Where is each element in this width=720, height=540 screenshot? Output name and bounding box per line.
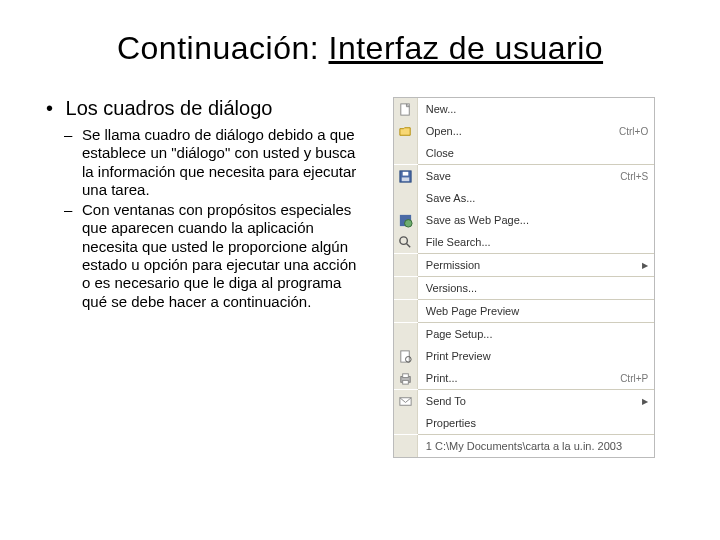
empty-icon <box>394 277 418 299</box>
menu-item-page-setup[interactable]: Page Setup... <box>394 323 654 345</box>
sub-bullet-1: Se llama cuadro de diálogo debido a que … <box>82 126 373 199</box>
shortcut-print: Ctrl+P <box>616 373 648 384</box>
top-bullet: • Los cuadros de diálogo <box>46 97 373 120</box>
sub-bullet-2: Con ventanas con propósitos especiales q… <box>82 201 373 311</box>
menu-item-print[interactable]: Print... Ctrl+P <box>394 367 654 389</box>
menu-label-page-setup: Page Setup... <box>418 323 648 345</box>
menu-label-versions: Versions... <box>418 277 648 299</box>
title-underline: Interfaz de usuario <box>329 30 604 66</box>
menu-label-file-search: File Search... <box>418 231 648 253</box>
open-folder-icon <box>394 120 418 142</box>
menu-item-saveas[interactable]: Save As... <box>394 187 654 209</box>
send-to-icon <box>394 390 418 412</box>
menu-item-recent-file[interactable]: 1 C:\My Documents\carta a la u.in. 2003 <box>394 435 654 457</box>
shortcut-open: Ctrl+O <box>615 126 648 137</box>
menu-label-open: Open... <box>418 120 615 142</box>
svg-point-5 <box>404 219 412 227</box>
menu-label-properties: Properties <box>418 412 648 434</box>
text-column: • Los cuadros de diálogo Se llama cuadro… <box>40 97 373 458</box>
menu-item-print-preview[interactable]: Print Preview <box>394 345 654 367</box>
menu-item-save-web[interactable]: Save as Web Page... <box>394 209 654 231</box>
menu-label-permission: Permission <box>418 254 638 276</box>
chevron-right-icon: ▶ <box>638 261 648 270</box>
new-file-icon <box>394 98 418 120</box>
menu-label-close: Close <box>418 142 648 164</box>
svg-rect-3 <box>402 177 410 181</box>
menu-item-open[interactable]: Open... Ctrl+O <box>394 120 654 142</box>
menu-label-save-web: Save as Web Page... <box>418 209 648 231</box>
empty-icon <box>394 435 418 457</box>
top-bullet-text: Los cuadros de diálogo <box>66 97 273 119</box>
file-menu: New... Open... Ctrl+O Close Save Ctrl+S … <box>393 97 655 458</box>
save-web-icon <box>394 209 418 231</box>
menu-item-send-to[interactable]: Send To ▶ <box>394 390 654 412</box>
menu-label-print-preview: Print Preview <box>418 345 648 367</box>
svg-rect-2 <box>402 171 408 175</box>
menu-item-properties[interactable]: Properties <box>394 412 654 434</box>
empty-icon <box>394 412 418 434</box>
menu-label-print: Print... <box>418 367 616 389</box>
menu-item-close[interactable]: Close <box>394 142 654 164</box>
empty-icon <box>394 323 418 345</box>
menu-item-permission[interactable]: Permission ▶ <box>394 254 654 276</box>
empty-icon <box>394 254 418 276</box>
print-preview-icon <box>394 345 418 367</box>
title-prefix: Continuación: <box>117 30 329 66</box>
menu-item-save[interactable]: Save Ctrl+S <box>394 165 654 187</box>
search-icon <box>394 231 418 253</box>
menu-item-new[interactable]: New... <box>394 98 654 120</box>
empty-icon <box>394 142 418 164</box>
chevron-right-icon: ▶ <box>638 397 648 406</box>
slide-title: Continuación: Interfaz de usuario <box>0 30 720 67</box>
empty-icon <box>394 300 418 322</box>
menu-label-save: Save <box>418 165 616 187</box>
svg-rect-11 <box>402 373 408 377</box>
menu-label-send-to: Send To <box>418 390 638 412</box>
menu-label-saveas: Save As... <box>418 187 648 209</box>
save-floppy-icon <box>394 165 418 187</box>
menu-item-versions[interactable]: Versions... <box>394 277 654 299</box>
shortcut-save: Ctrl+S <box>616 171 648 182</box>
svg-point-6 <box>400 236 408 244</box>
menu-label-web-preview: Web Page Preview <box>418 300 648 322</box>
svg-line-7 <box>406 243 410 247</box>
menu-label-recent: 1 C:\My Documents\carta a la u.in. 2003 <box>418 435 648 457</box>
menu-item-file-search[interactable]: File Search... <box>394 231 654 253</box>
printer-icon <box>394 367 418 389</box>
menu-label-new: New... <box>418 98 648 120</box>
menu-item-web-preview[interactable]: Web Page Preview <box>394 300 654 322</box>
empty-icon <box>394 187 418 209</box>
svg-rect-12 <box>402 380 408 384</box>
